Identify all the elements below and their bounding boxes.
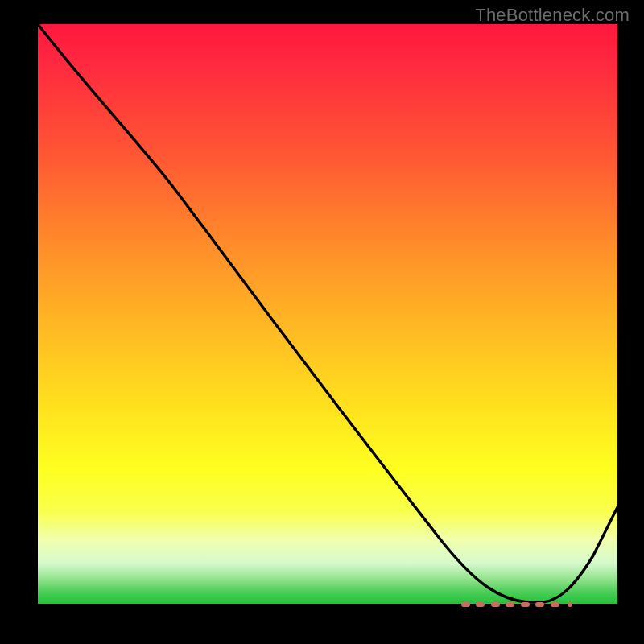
chart-frame: TheBottleneck.com	[0, 0, 644, 644]
watermark-label: TheBottleneck.com	[475, 5, 630, 26]
curve-path	[38, 24, 617, 602]
plot-area	[38, 24, 617, 604]
bottleneck-curve	[38, 24, 617, 604]
